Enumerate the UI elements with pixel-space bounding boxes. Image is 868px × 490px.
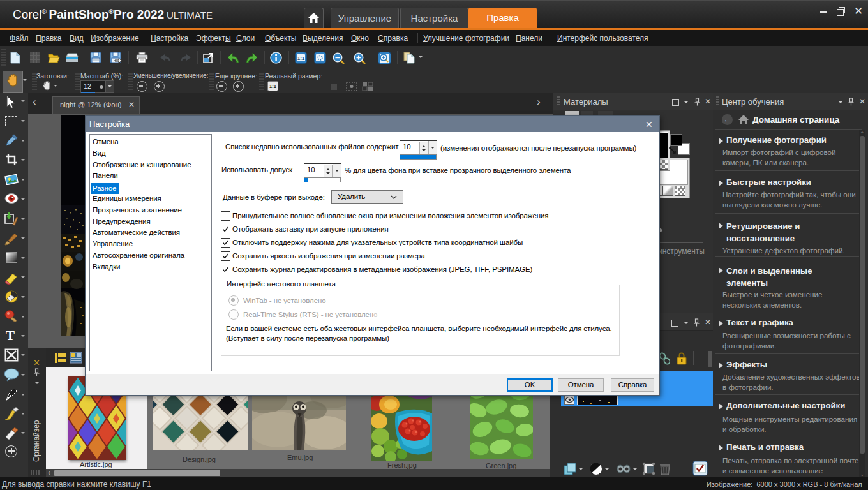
svg-text:1:1: 1:1 (297, 56, 305, 61)
svg-text:1:1: 1:1 (269, 84, 276, 89)
